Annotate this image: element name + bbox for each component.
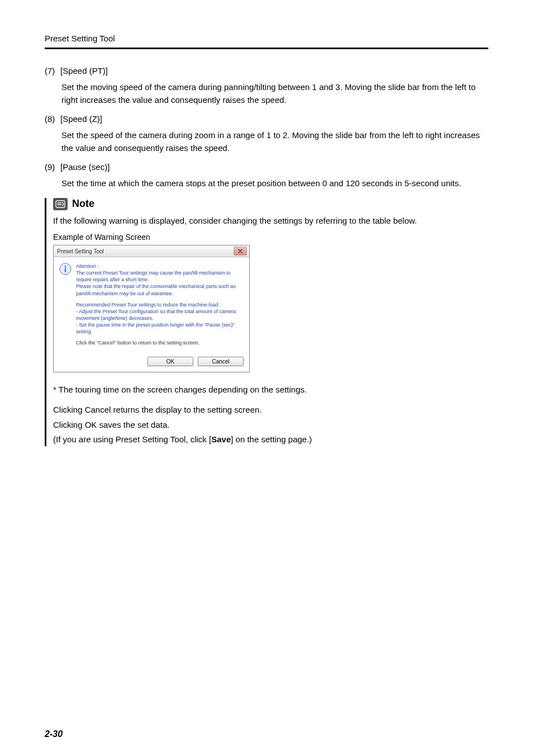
page-number: 2-30 — [45, 729, 63, 739]
dialog-p2c: - Set the pause time in the preset posit… — [76, 322, 235, 334]
item-8: (8) [Speed (Z)] — [45, 114, 488, 124]
dialog-p3: Click the "Cancel" button to return to t… — [76, 339, 244, 346]
note-text: If the following warning is displayed, c… — [53, 215, 488, 228]
note-title: Note — [72, 198, 94, 210]
note-heading: Note — [53, 198, 488, 210]
item-8-label: [Speed (Z)] — [60, 114, 102, 124]
dialog-titlebar: Preset Setting Tool — [54, 245, 249, 257]
dialog-p2b: - Adjust the Preset Tour configuration s… — [76, 309, 236, 321]
dialog-p1b: Please note that the repair of the consu… — [76, 284, 236, 296]
item-7-number: (7) — [45, 66, 60, 75]
dialog-p1a: The current Preset Tour settings may cau… — [76, 270, 230, 282]
dialog-attention: Attention : — [76, 263, 99, 269]
item-9-paragraph: Set the time at which the camera stops a… — [61, 177, 488, 190]
item-9: (9) [Pause (sec)] — [45, 162, 488, 172]
close-icon[interactable] — [234, 247, 247, 256]
item-7-paragraph: Set the moving speed of the camera durin… — [61, 81, 488, 106]
item-9-label: [Pause (sec)] — [60, 162, 110, 172]
item-7-label: [Speed (PT)] — [60, 66, 108, 75]
item-9-number: (9) — [45, 162, 60, 172]
dialog-buttons: OK Cancel — [54, 353, 249, 372]
dialog-text: Attention : The current Preset Tour sett… — [76, 263, 244, 351]
cancel-button[interactable]: Cancel — [198, 357, 244, 366]
note-line2: Clicking OK saves the set data. — [53, 419, 488, 432]
running-head: Preset Setting Tool — [45, 34, 488, 43]
item-8-paragraph: Set the speed of the camera during zoom … — [61, 129, 488, 154]
note-line1: Clicking Cancel returns the display to t… — [53, 404, 488, 417]
example-label: Example of Warning Screen — [53, 233, 488, 242]
note-line3-a: (If you are using Preset Setting Tool, c… — [53, 434, 211, 444]
dialog-body: Attention : The current Preset Tour sett… — [54, 257, 249, 353]
note-line3: (If you are using Preset Setting Tool, c… — [53, 433, 488, 446]
svg-rect-3 — [65, 268, 66, 272]
svg-point-2 — [65, 266, 66, 267]
note-line3-c: ] on the setting page.) — [231, 434, 312, 444]
note-after-dialog: * The touring time on the screen changes… — [53, 384, 488, 446]
note-line3-b: Save — [211, 434, 231, 444]
page: Preset Setting Tool (7) [Speed (PT)] Set… — [0, 0, 533, 756]
warning-dialog: Preset Setting Tool At — [53, 245, 250, 372]
dialog-p2a: Recommended Preset Tour settings to redu… — [76, 302, 221, 308]
ok-button[interactable]: OK — [147, 357, 193, 366]
item-8-number: (8) — [45, 114, 60, 124]
note-footnote: * The touring time on the screen changes… — [53, 384, 488, 396]
dialog-title: Preset Setting Tool — [57, 248, 104, 254]
info-icon — [59, 263, 72, 275]
note-icon — [53, 198, 68, 210]
note-box: Note If the following warning is display… — [45, 198, 488, 446]
item-7: (7) [Speed (PT)] — [45, 66, 488, 75]
head-rule — [45, 48, 488, 49]
